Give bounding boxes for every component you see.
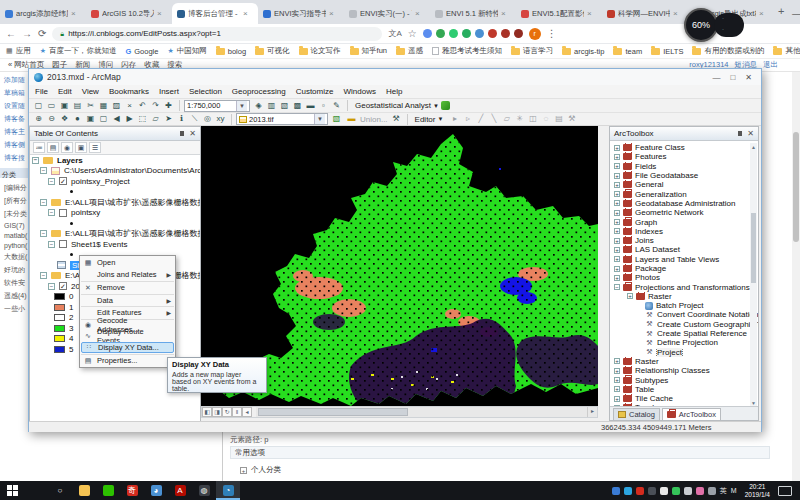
collapse-icon[interactable]: − (48, 283, 55, 290)
toolbox-tree-row[interactable]: + ⚒ Fields (610, 162, 758, 171)
bookmark-item[interactable]: ▦ G ★ 应用 (6, 46, 31, 56)
layer-combo[interactable]: 2013.tif ▼ (236, 113, 328, 125)
blog-category-link[interactable]: GIS(7) (2, 221, 26, 231)
browser-scrollbar[interactable] (792, 72, 800, 481)
checkbox-unchecked[interactable] (59, 240, 67, 248)
edit-annotation-icon[interactable]: ▹ (461, 113, 474, 125)
tab-close-icon[interactable]: × (415, 9, 425, 18)
arcmap-taskbar-icon[interactable]: ◔ (216, 481, 240, 500)
sketch-line-icon[interactable]: ╱ (474, 113, 487, 125)
overview-window-icon[interactable]: ▧ (278, 100, 291, 112)
map-horizontal-scrollbar[interactable]: ▸ (256, 407, 597, 417)
scrollbar-thumb[interactable] (258, 408, 408, 416)
paste-icon[interactable]: ▨ (110, 100, 123, 112)
menu-item[interactable]: Selection (189, 87, 222, 96)
toc-options-icon[interactable]: ☰ (89, 142, 101, 153)
menu-item[interactable]: Edit (58, 87, 72, 96)
pan-icon[interactable]: ❖ (58, 113, 71, 125)
browser-tab[interactable]: ENVI实习(一) - 百 × (344, 3, 430, 24)
new-document-icon[interactable]: ▢ (32, 100, 45, 112)
tray-icon[interactable] (672, 487, 680, 495)
collapse-icon[interactable]: − (48, 241, 55, 248)
zoom-in-icon[interactable]: ⊕ (32, 113, 45, 125)
maximize-icon[interactable]: □ (730, 73, 735, 82)
tray-icon[interactable] (624, 487, 632, 495)
extension-icon[interactable] (514, 29, 523, 38)
arctoolbox-header[interactable]: ArcToolbox ✕ (610, 127, 758, 141)
context-menu-item[interactable]: ✕ Remove ▶ (81, 281, 174, 293)
checkbox-checked[interactable]: ✓ (59, 177, 67, 185)
tab-close-icon[interactable]: × (673, 9, 683, 18)
browser-tab[interactable]: ENVI 5.1 新特性 × (430, 3, 516, 24)
expand-icon[interactable]: + (614, 219, 620, 225)
toc-layer-row[interactable]: −✓pointsxy_Project (30, 176, 200, 187)
sketch-props-icon[interactable]: ⚒ (565, 113, 578, 125)
toolbox-tree-row[interactable]: ⚒ Define Projection (610, 338, 758, 347)
blog-sidebar-link[interactable]: 博客主 (2, 126, 26, 139)
toc-layers-root[interactable]: −Layers (30, 155, 200, 166)
collapse-icon[interactable]: − (48, 178, 55, 185)
menu-item[interactable]: Insert (159, 87, 179, 96)
close-icon[interactable]: ✕ (189, 129, 196, 138)
taskbar-clock[interactable]: 20:21 2019/1/4 (741, 483, 774, 499)
collapse-icon[interactable]: − (40, 199, 47, 206)
hammer-icon[interactable]: ⚒ (390, 113, 403, 125)
collapse-icon[interactable]: − (32, 157, 39, 164)
list-by-visibility-icon[interactable]: ◉ (61, 142, 73, 153)
app-icon[interactable]: ◍ (192, 481, 216, 500)
blog-category-link[interactable]: 一些小 (2, 303, 26, 316)
toolbox-tree-row[interactable]: ⚒ Create Spatial Reference (610, 329, 758, 338)
context-menu-item[interactable]: Data ▶ (81, 294, 174, 306)
attributes-icon[interactable]: ▤ (552, 113, 565, 125)
blog-category-link[interactable]: 大数据( (2, 251, 26, 264)
back-extent-icon[interactable]: ◀ (110, 113, 123, 125)
expand-icon[interactable]: + (614, 228, 620, 234)
pause-drawing-icon[interactable]: ‖ (232, 407, 242, 417)
toolbox-tree-row[interactable]: + ⚒ LAS Dataset (610, 245, 758, 254)
blog-category-link[interactable]: 好玩的 (2, 264, 26, 277)
bookmark-item[interactable]: ▦ G ★ 中国知网 (167, 46, 206, 56)
tab-arctoolbox[interactable]: ArcToolbox (662, 408, 721, 420)
expand-box-icon[interactable]: + (240, 467, 247, 474)
toolbox-tree-row[interactable]: + ⚒ Table (610, 385, 758, 394)
scroll-left-icon[interactable]: ◂ (242, 407, 252, 417)
editor-dropdown[interactable]: Editor▼ (412, 115, 447, 124)
toolbox-tree-row[interactable]: − ⚒ Projections and Transformations (610, 282, 758, 291)
expand-icon[interactable]: + (614, 145, 620, 151)
toolbox-tree-row[interactable]: + ⚒ Graph (610, 217, 758, 226)
split-icon[interactable]: ◫ (526, 113, 539, 125)
blog-category-link[interactable]: python( (2, 241, 26, 251)
pin-icon[interactable] (180, 131, 184, 136)
collapse-icon[interactable]: − (40, 167, 47, 174)
toolbox-tree-row[interactable]: + ⚒ Features (610, 152, 758, 161)
sketch-trace-icon[interactable]: ╲ (487, 113, 500, 125)
bookmark-item[interactable]: ▦ G ★ 有用的数据或别的 (692, 46, 764, 56)
toolbox-tree-row[interactable]: + ⚒ Tile Cache (610, 394, 758, 403)
action-center-icon[interactable] (778, 486, 792, 496)
toolbox-tree-row[interactable]: + ⚒ Raster (610, 292, 758, 301)
bookmark-item[interactable]: ▦ G ★ 百度一下，你就知道 (40, 46, 117, 56)
add-data-icon[interactable]: ✚ (162, 100, 175, 112)
geostatistical-analyst-dropdown[interactable]: Geostatistical Analyst▼ (352, 101, 453, 110)
scroll-up-icon[interactable]: ▲ (750, 143, 757, 151)
tray-icon[interactable] (684, 487, 692, 495)
forward-icon[interactable]: → (22, 28, 32, 39)
menu-item[interactable]: Bookmarks (109, 87, 149, 96)
wechat-icon[interactable] (96, 481, 120, 500)
profile-avatar[interactable]: r (529, 28, 541, 40)
filter-icon[interactable]: ▧ (330, 113, 343, 125)
list-by-source-icon[interactable]: ▤ (47, 142, 59, 153)
common-options-header[interactable]: 常用选项 (230, 446, 770, 459)
other-bookmarks[interactable]: 其他书签 (773, 46, 800, 56)
find-icon[interactable]: ◎ (201, 113, 214, 125)
file-explorer-icon[interactable] (72, 481, 96, 500)
url-box[interactable]: 🔒︎ https://i.cnblogs.com/EditPosts.aspx?… (52, 27, 382, 41)
magnifier-window-icon[interactable]: ▩ (291, 100, 304, 112)
tab-catalog[interactable]: Catalog (613, 408, 660, 420)
collapse-icon[interactable]: − (48, 209, 55, 216)
delete-icon[interactable]: × (123, 100, 136, 112)
bookmark-item[interactable]: ▦ G ★ Google (125, 47, 158, 56)
bookmark-item[interactable]: ▦ G ★ 知乎fun (350, 46, 387, 56)
full-extent-icon[interactable]: ● (71, 113, 84, 125)
map-scale-combo[interactable]: 1:750,000 ▼ (184, 100, 250, 112)
